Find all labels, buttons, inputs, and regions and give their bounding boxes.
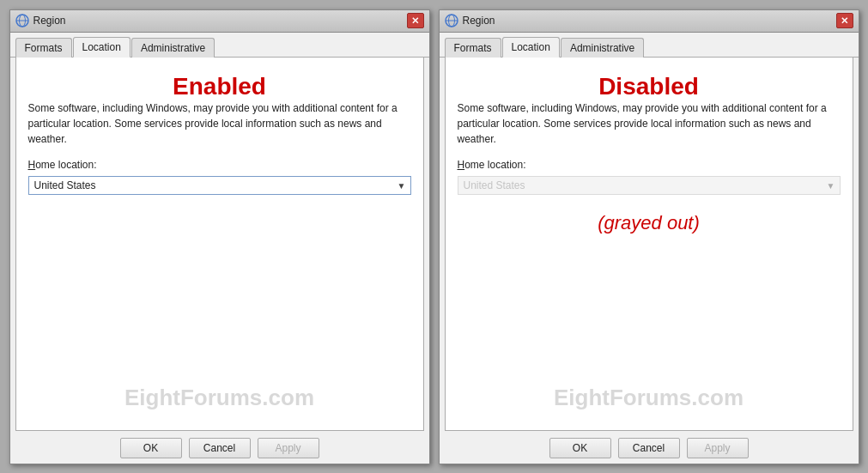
tabs-bar-left: Formats Location Administrative [10,33,429,58]
description-text-left: Some software, including Windows, may pr… [28,100,411,147]
grayed-out-label: (grayed out) [458,212,841,234]
home-location-select-left[interactable]: United States [28,176,411,195]
home-location-label-left: Home location: [28,159,411,171]
tab-administrative-left[interactable]: Administrative [131,38,215,58]
dialog-body-right: Formats Location Administrative Disabled… [440,33,859,464]
globe-icon-right [445,14,458,27]
close-button-left[interactable]: ✕ [407,13,424,28]
description-text-right: Some software, including Windows, may pr… [458,100,841,147]
tab-location-right[interactable]: Location [502,37,560,58]
home-location-label-text-right: Home location: [458,159,526,171]
globe-icon [15,14,29,27]
title-bar-left: Region ✕ [10,10,429,33]
title-bar-right: Region ✕ [440,10,859,33]
watermark-right: EightForums.com [458,385,841,420]
dialog-body-left: Formats Location Administrative Enabled … [10,33,429,464]
content-area-right: Disabled Some software, including Window… [445,58,853,431]
watermark-left: EightForums.com [28,385,411,420]
home-location-label-right: Home location: [458,159,841,171]
content-area-left: Enabled Some software, including Windows… [15,58,424,431]
disabled-dialog: Region ✕ Formats Location Administrative… [439,9,859,464]
home-location-select-right: United States [458,176,841,195]
tab-location-left[interactable]: Location [73,37,131,58]
cancel-button-left[interactable]: Cancel [189,438,251,458]
tab-formats-right[interactable]: Formats [445,38,501,58]
title-text-left: Region [33,15,66,27]
footer-left: OK Cancel Apply [10,431,429,464]
dropdown-container-left[interactable]: United States ▼ [28,176,411,195]
footer-right: OK Cancel Apply [440,431,859,464]
dropdown-container-right: United States ▼ [458,176,841,195]
tabs-bar-right: Formats Location Administrative [440,33,859,58]
cancel-button-right[interactable]: Cancel [618,438,680,458]
close-button-right[interactable]: ✕ [836,13,853,28]
title-bar-right-section: Region [445,14,495,27]
enabled-dialog: Region ✕ Formats Location Administrative… [9,9,430,464]
ok-button-left[interactable]: OK [120,438,182,458]
tab-administrative-right[interactable]: Administrative [561,38,644,58]
home-location-label-text-left: Home location: [28,159,97,171]
apply-button-right[interactable]: Apply [687,438,749,458]
title-text-right: Region [463,15,495,27]
title-bar-left-section: Region [15,14,66,27]
ok-button-right[interactable]: OK [549,438,611,458]
apply-button-left[interactable]: Apply [258,438,319,458]
state-label-left: Enabled [28,68,411,100]
tab-formats-left[interactable]: Formats [15,38,72,58]
state-label-right: Disabled [458,68,841,100]
